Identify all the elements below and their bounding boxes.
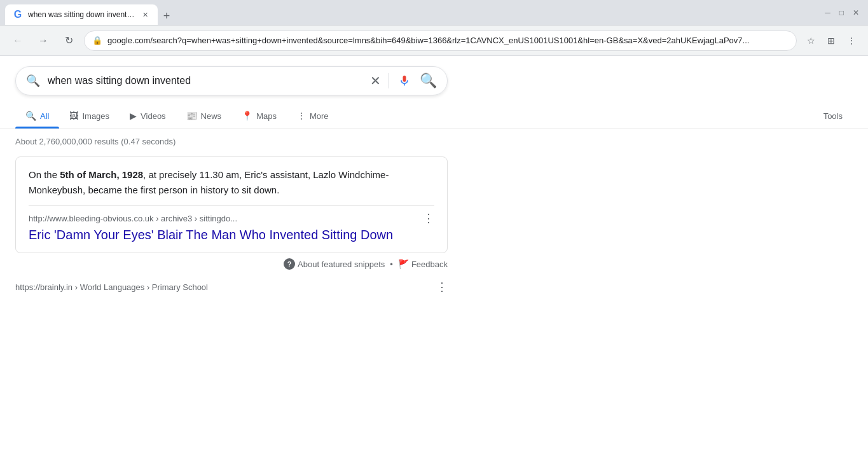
more-tab-icon: ⋮ — [297, 111, 306, 121]
search-clear-button[interactable]: ✕ — [370, 74, 381, 87]
about-snippets-label: About featured snippets — [298, 260, 385, 269]
feedback-label: Feedback — [411, 260, 448, 269]
snippet-text-before: On the — [29, 169, 60, 180]
tab-maps-label: Maps — [256, 111, 277, 121]
results-stats: About 2,760,000,000 results (0.47 second… — [15, 137, 853, 146]
window-controls: ─ □ ✕ — [821, 7, 863, 18]
featured-snippet: On the 5th of March, 1928, at precisely … — [15, 156, 448, 253]
microphone-icon[interactable] — [397, 73, 412, 88]
snippet-url: http://www.bleeding-obvious.co.uk › arch… — [29, 214, 237, 223]
back-button[interactable]: ← — [8, 31, 28, 51]
videos-tab-icon: ▶ — [130, 111, 137, 121]
tab-close-button[interactable]: ✕ — [140, 10, 150, 20]
tools-button[interactable]: Tools — [813, 104, 853, 128]
search-box-icon: 🔍 — [26, 74, 40, 88]
tab-all[interactable]: 🔍 All — [15, 103, 59, 128]
footer-separator: • — [390, 260, 393, 269]
minimize-button[interactable]: ─ — [821, 7, 834, 18]
extensions-button[interactable]: ⊞ — [822, 32, 840, 50]
active-tab[interactable]: G when was sitting down invented ✕ — [5, 4, 158, 25]
bookmark-button[interactable]: ☆ — [802, 32, 820, 50]
results-area: About 2,760,000,000 results (0.47 second… — [0, 129, 868, 294]
google-page: 🔍 ✕ 🔍 🔍 All 🖼 Images ▶ Videos — [0, 56, 868, 458]
feedback-button[interactable]: 🚩 Feedback — [398, 259, 448, 269]
snippet-text-bold: 5th of March, 1928 — [60, 169, 143, 180]
tab-videos-label: Videos — [141, 111, 166, 121]
snippet-link[interactable]: Eric 'Damn Your Eyes' Blair The Man Who … — [29, 228, 434, 242]
tab-images[interactable]: 🖼 Images — [59, 103, 120, 128]
security-icon: 🔒 — [92, 36, 102, 45]
search-submit-button[interactable]: 🔍 — [420, 73, 437, 89]
news-tab-icon: 📰 — [186, 111, 197, 121]
snippet-text: On the 5th of March, 1928, at precisely … — [29, 167, 434, 198]
tab-news-label: News — [201, 111, 222, 121]
tab-more-label: More — [310, 111, 329, 121]
search-input[interactable] — [48, 75, 362, 87]
images-tab-icon: 🖼 — [69, 111, 78, 121]
feedback-icon: 🚩 — [398, 259, 409, 269]
maps-tab-icon: 📍 — [242, 111, 252, 121]
maximize-button[interactable]: □ — [836, 7, 848, 18]
search-divider — [389, 73, 389, 88]
address-bar-row: ← → ↻ 🔒 google.com/search?q=when+was+sit… — [0, 25, 868, 56]
snippet-footer: ? About featured snippets • 🚩 Feedback — [15, 258, 448, 270]
search-bar-area: 🔍 ✕ 🔍 — [0, 56, 868, 95]
second-result-url-row: https://brainly.in › World Languages › P… — [15, 280, 448, 294]
snippet-source: http://www.bleeding-obvious.co.uk › arch… — [29, 211, 434, 225]
address-bar[interactable]: 🔒 google.com/search?q=when+was+sitting+d… — [84, 31, 797, 51]
tab-videos[interactable]: ▶ Videos — [120, 103, 176, 128]
address-text: google.com/search?q=when+was+sitting+dow… — [107, 36, 789, 45]
tab-favicon: G — [13, 10, 23, 20]
second-result-url: https://brainly.in › World Languages › P… — [15, 282, 208, 292]
snippet-divider — [29, 205, 434, 206]
search-tabs: 🔍 All 🖼 Images ▶ Videos 📰 News 📍 Maps ⋮ … — [0, 103, 868, 129]
all-tab-icon: 🔍 — [25, 111, 36, 121]
tab-more[interactable]: ⋮ More — [287, 103, 339, 128]
snippet-more-button[interactable]: ⋮ — [423, 211, 434, 225]
forward-button[interactable]: → — [33, 31, 53, 51]
about-snippets-icon: ? — [284, 258, 295, 270]
browser-chrome: G when was sitting down invented ✕ + ─ □… — [0, 0, 868, 25]
second-result-more-button[interactable]: ⋮ — [436, 280, 448, 294]
search-box[interactable]: 🔍 ✕ 🔍 — [15, 66, 448, 95]
tab-images-label: Images — [82, 111, 109, 121]
tab-news[interactable]: 📰 News — [176, 103, 232, 128]
about-snippets-button[interactable]: ? About featured snippets — [284, 258, 385, 270]
reload-button[interactable]: ↻ — [59, 31, 79, 51]
tab-all-label: All — [40, 111, 49, 121]
tab-bar: G when was sitting down invented ✕ + — [5, 0, 818, 25]
tab-title: when was sitting down invented — [28, 10, 135, 19]
browser-menu-icons: ☆ ⊞ ⋮ — [802, 32, 860, 50]
new-tab-button[interactable]: + — [158, 7, 176, 25]
tab-maps[interactable]: 📍 Maps — [231, 103, 287, 128]
close-button[interactable]: ✕ — [849, 7, 863, 18]
second-result: https://brainly.in › World Languages › P… — [15, 280, 448, 294]
more-options-button[interactable]: ⋮ — [843, 32, 860, 50]
